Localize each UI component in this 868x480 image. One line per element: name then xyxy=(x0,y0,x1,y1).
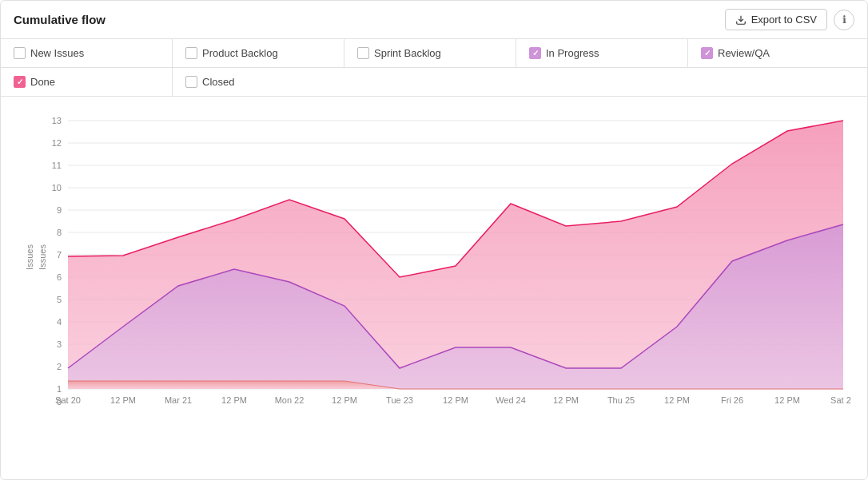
svg-text:Mon 22: Mon 22 xyxy=(275,395,305,405)
checkbox-done[interactable]: ✓ xyxy=(14,76,26,88)
export-button[interactable]: Export to CSV xyxy=(725,9,827,30)
chart-wrapper: Issues 13 12 11 10 xyxy=(1,97,867,413)
legend-row-1: New Issues Product Backlog Sprint Backlo… xyxy=(1,39,867,68)
svg-text:Thu 25: Thu 25 xyxy=(607,395,635,405)
header-actions: Export to CSV ℹ xyxy=(725,9,854,30)
checkbox-new-issues[interactable] xyxy=(14,47,26,59)
legend-item-in-progress[interactable]: ✓ In Progress xyxy=(516,39,688,67)
legend-item-done[interactable]: ✓ Done xyxy=(1,68,173,96)
svg-text:12: 12 xyxy=(52,138,62,148)
legend-label-closed: Closed xyxy=(202,76,234,88)
chart-svg: 13 12 11 10 9 8 7 6 5 4 3 2 1 0 xyxy=(36,109,851,405)
svg-text:Tue 23: Tue 23 xyxy=(386,395,413,405)
svg-text:Mar 21: Mar 21 xyxy=(165,395,192,405)
svg-text:12 PM: 12 PM xyxy=(110,395,136,405)
chart-area: Issues 13 12 11 10 xyxy=(14,109,854,405)
svg-text:4: 4 xyxy=(57,317,62,327)
svg-text:Wed 24: Wed 24 xyxy=(496,395,526,405)
legend-label-product-backlog: Product Backlog xyxy=(202,47,278,59)
legend-item-product-backlog[interactable]: Product Backlog xyxy=(173,39,344,67)
svg-text:7: 7 xyxy=(57,250,62,260)
checkbox-review-qa[interactable]: ✓ xyxy=(701,47,713,59)
export-icon xyxy=(735,14,747,26)
svg-text:1: 1 xyxy=(57,384,62,394)
legend-label-sprint-backlog: Sprint Backlog xyxy=(374,47,441,59)
svg-text:12 PM: 12 PM xyxy=(664,395,690,405)
legend-label-review-qa: Review/QA xyxy=(718,47,770,59)
legend-label-in-progress: In Progress xyxy=(546,47,599,59)
svg-text:6: 6 xyxy=(57,272,62,282)
svg-text:9: 9 xyxy=(57,205,62,215)
svg-text:13: 13 xyxy=(52,116,62,125)
checkbox-product-backlog[interactable] xyxy=(185,47,197,59)
svg-text:12 PM: 12 PM xyxy=(774,395,800,405)
y-axis-label: Issues xyxy=(25,244,34,270)
legend-label-new-issues: New Issues xyxy=(30,47,84,59)
legend-row-2: ✓ Done Closed xyxy=(1,68,867,97)
svg-text:8: 8 xyxy=(57,228,62,237)
svg-text:12 PM: 12 PM xyxy=(332,395,357,405)
legend-item-closed[interactable]: Closed xyxy=(173,68,344,96)
svg-text:5: 5 xyxy=(57,295,62,304)
checkbox-closed[interactable] xyxy=(185,76,197,88)
svg-text:Fri 26: Fri 26 xyxy=(721,395,743,405)
legend-item-sprint-backlog[interactable]: Sprint Backlog xyxy=(344,39,516,67)
card-title: Cumulative flow xyxy=(14,13,106,26)
svg-text:3: 3 xyxy=(57,339,62,349)
svg-text:Issues: Issues xyxy=(38,244,47,270)
svg-text:Sat 20: Sat 20 xyxy=(55,395,81,405)
legend-item-new-issues[interactable]: New Issues xyxy=(1,39,173,67)
info-button[interactable]: ℹ xyxy=(834,10,854,30)
svg-text:Sat 27: Sat 27 xyxy=(830,395,851,405)
svg-text:12 PM: 12 PM xyxy=(443,395,468,405)
cumulative-flow-card: Cumulative flow Export to CSV ℹ New Issu… xyxy=(0,0,868,480)
svg-text:2: 2 xyxy=(57,362,62,371)
card-header: Cumulative flow Export to CSV ℹ xyxy=(1,1,867,39)
svg-text:10: 10 xyxy=(52,183,62,192)
svg-text:12 PM: 12 PM xyxy=(221,395,247,405)
svg-text:12 PM: 12 PM xyxy=(553,395,579,405)
svg-text:11: 11 xyxy=(52,161,62,170)
checkbox-in-progress[interactable]: ✓ xyxy=(529,47,541,59)
legend-label-done: Done xyxy=(30,76,55,88)
legend-item-review-qa[interactable]: ✓ Review/QA xyxy=(688,39,860,67)
checkbox-sprint-backlog[interactable] xyxy=(357,47,369,59)
